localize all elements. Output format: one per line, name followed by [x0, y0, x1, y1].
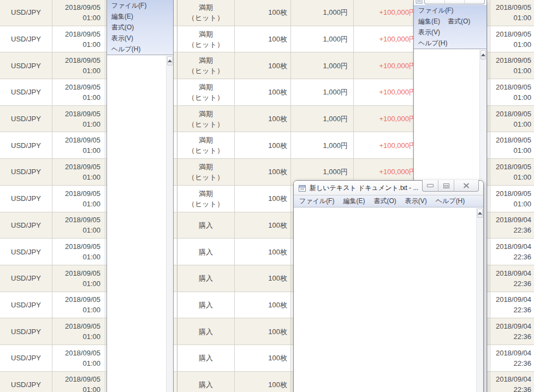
cell-text-line: （ヒット）	[188, 119, 224, 129]
menu-item-format[interactable]: 書式(O)	[107, 22, 173, 33]
cell-expiry-datetime: 2018/09/0501:00	[52, 159, 105, 185]
cell-currency-pair: USD/JPY	[0, 106, 52, 132]
up-arrow-icon	[481, 54, 485, 56]
menu-item-help[interactable]: ヘルプ(H)	[107, 44, 173, 55]
menu-item-format[interactable]: 書式(O)	[369, 197, 400, 206]
cell-text-line: 100枚	[268, 34, 287, 44]
notepad-window-left: ファイル(F)編集(E)書式(O)表示(V)ヘルプ(H)	[106, 0, 174, 392]
cell-text-line: USD/JPY	[11, 167, 41, 177]
cell-expiry-datetime: 2018/09/0501:00	[52, 345, 105, 371]
menu-item-format[interactable]: 書式(O)	[448, 16, 470, 27]
menu-item-file[interactable]: ファイル(F)	[418, 5, 453, 16]
scroll-up-button[interactable]	[167, 56, 173, 66]
cell-currency-pair: USD/JPY	[0, 265, 52, 292]
cell-text-line: USD/JPY	[11, 87, 41, 97]
cell-text-line: 2018/09/05	[65, 348, 100, 358]
title-bar[interactable]: 新しいテキスト ドキュメント.txt - ...	[294, 181, 483, 195]
cell-text-line: 22:36	[513, 384, 531, 392]
cell-expiry-datetime: 2018/09/0501:00	[52, 132, 105, 158]
maximize-button[interactable]	[438, 180, 454, 191]
cell-text-line: +100,000円	[379, 34, 416, 44]
cell-trade-type: 満期（ヒット）	[177, 159, 235, 185]
cell-text-line: 22:36	[513, 358, 531, 369]
cell-trade-type: 購入	[177, 345, 235, 371]
menu-item-edit[interactable]: 編集(E)	[339, 197, 369, 206]
menu-item-view[interactable]: 表示(V)	[401, 197, 431, 206]
menu-row: 編集(E)書式(O)	[414, 16, 486, 27]
title-bar-remnant[interactable]	[414, 0, 486, 5]
cell-text-line: 01:00	[513, 119, 531, 129]
cell-text-line: 2018/09/05	[65, 82, 100, 92]
cell-order-datetime: 2018/09/0501:00	[490, 159, 534, 185]
cell-profit-loss: +100,000円	[354, 26, 423, 52]
cell-unit-price: 1,000円	[291, 132, 354, 158]
menu-item-file[interactable]: ファイル(F)	[295, 197, 339, 206]
cell-quantity: 100枚	[235, 212, 291, 239]
cell-currency-pair: USD/JPY	[0, 212, 52, 239]
cell-text-line: USD/JPY	[11, 379, 41, 390]
cell-expiry-datetime: 2018/09/0501:00	[52, 52, 105, 79]
cell-text-line: 2018/09/04	[496, 241, 531, 252]
cell-expiry-datetime: 2018/09/0501:00	[52, 212, 105, 239]
cell-expiry-datetime: 2018/09/0501:00	[52, 26, 105, 52]
cell-text-line: 満期	[199, 109, 213, 119]
cell-currency-pair: USD/JPY	[0, 159, 52, 185]
cell-expiry-datetime: 2018/09/0501:00	[52, 318, 105, 345]
cell-quantity: 100枚	[235, 292, 291, 318]
menu-item-edit[interactable]: 編集(E)	[418, 16, 440, 27]
cell-text-line: 2018/09/05	[65, 135, 100, 145]
cell-text-line: USD/JPY	[11, 7, 41, 17]
cell-text-line: （ヒット）	[188, 66, 224, 76]
text-area[interactable]	[294, 207, 483, 392]
window-buttons-remnant[interactable]	[424, 0, 485, 4]
cell-text-line: 購入	[199, 300, 213, 310]
vertical-scrollbar[interactable]	[476, 208, 483, 392]
cell-text-line: 01:00	[513, 92, 531, 103]
cell-text-line: USD/JPY	[11, 114, 41, 124]
vertical-scrollbar[interactable]	[166, 56, 173, 392]
cell-text-line: USD/JPY	[11, 247, 41, 257]
scroll-up-button[interactable]	[477, 209, 483, 218]
cell-quantity: 100枚	[235, 239, 291, 265]
cell-order-datetime: 2018/09/0422:36	[490, 265, 534, 292]
cell-text-line: 満期	[199, 162, 213, 172]
cell-text-line: 1,000円	[323, 167, 348, 177]
cell-text-line: 100枚	[268, 7, 287, 17]
cell-text-line: （ヒット）	[188, 39, 224, 50]
cell-expiry-datetime: 2018/09/0501:00	[52, 186, 105, 212]
menu-item-help[interactable]: ヘルプ(H)	[431, 197, 470, 206]
menu-item-edit[interactable]: 編集(E)	[107, 11, 173, 22]
cell-text-line: 2018/09/05	[496, 188, 531, 199]
cell-text-line: 100枚	[268, 247, 287, 257]
cell-quantity: 100枚	[235, 372, 291, 392]
cell-text-line: 2018/09/05	[65, 321, 100, 331]
cell-text-line: 01:00	[82, 92, 100, 103]
cell-text-line: 2018/09/05	[65, 268, 100, 278]
up-arrow-icon	[478, 212, 482, 215]
cell-text-line: 満期	[199, 188, 213, 199]
cell-trade-type: 購入	[177, 265, 235, 292]
cell-trade-type: 満期（ヒット）	[177, 186, 235, 212]
scroll-up-button[interactable]	[480, 50, 486, 60]
menu-item-file[interactable]: ファイル(F)	[107, 0, 173, 11]
cell-trade-type: 満期（ヒット）	[177, 0, 235, 26]
menu-item-view[interactable]: 表示(V)	[418, 27, 440, 38]
cell-text-line: 1,000円	[323, 114, 348, 124]
close-button[interactable]	[454, 180, 478, 191]
menu-item-help[interactable]: ヘルプ(H)	[418, 38, 448, 49]
cell-text-line: 100枚	[268, 167, 287, 177]
cell-text-line: 2018/09/05	[65, 29, 100, 39]
cell-trade-type: 購入	[177, 239, 235, 265]
cell-currency-pair: USD/JPY	[0, 239, 52, 265]
text-area[interactable]	[107, 55, 173, 392]
cell-text-line: 100枚	[268, 326, 287, 337]
cell-expiry-datetime: 2018/09/0501:00	[52, 79, 105, 105]
cell-currency-pair: USD/JPY	[0, 186, 52, 212]
cell-text-line: 2018/09/05	[65, 374, 100, 384]
cell-text-line: 01:00	[513, 13, 531, 23]
cell-text-line: 2018/09/05	[65, 215, 100, 225]
menu-item-view[interactable]: 表示(V)	[107, 33, 173, 44]
cell-quantity: 100枚	[235, 265, 291, 292]
cell-text-line: USD/JPY	[11, 300, 41, 310]
minimize-button[interactable]	[423, 180, 438, 191]
